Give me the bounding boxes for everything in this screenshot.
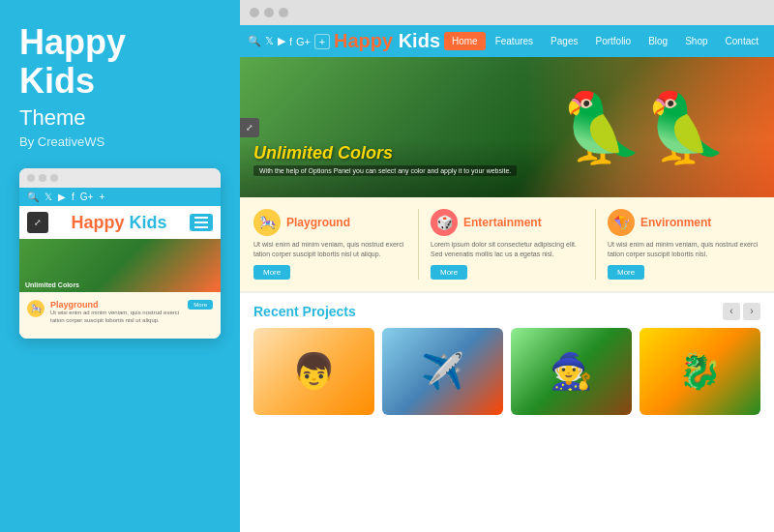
browser-navbar: 🔍 𝕏 ▶ f G+ + Happy Kids Home Features Pa… [240,25,774,57]
projects-navigation: ‹ › [723,303,760,320]
hero-section: ⤢ 🦜🦜 Unlimited Colors With the help of O… [240,57,774,197]
left-panel: Happy Kids Theme By CreativeWS 🔍 𝕏 ▶ f G… [0,0,240,532]
entertainment-title: Entertainment [463,216,542,229]
theme-title: Happy Kids [19,23,221,100]
mini-feature-text: Playground Ut wisi enim ad minim veniam,… [50,300,182,325]
nav-search-icon[interactable]: 🔍 [248,35,261,47]
mini-feature-title: Playground [50,300,182,310]
right-panel: 🔍 𝕏 ▶ f G+ + Happy Kids Home Features Pa… [240,0,774,532]
features-section: 🎠 Playground Ut wisi enim ad minim venia… [240,197,774,291]
entertainment-more-button[interactable]: More [431,265,467,280]
hero-text-box: Unlimited Colors With the help of Option… [253,143,517,176]
feature-environment-header: 🪁 Environment [608,209,760,236]
nav-menu: Home Features Pages Portfolio Blog Shop … [444,32,766,50]
nav-logo: Happy Kids [334,30,440,52]
projects-prev-button[interactable]: ‹ [723,303,740,320]
environment-icon: 🪁 [608,209,635,236]
recent-projects-section: Recent Projects ‹ › 👦 ✈️ 🧙 🐉 [240,291,774,425]
menu-line-1 [194,217,208,219]
theme-subtitle: Theme [19,105,221,131]
nav-item-pages[interactable]: Pages [543,32,585,50]
mini-feature-desc: Ut wisi enim ad minim veniam, quis nostr… [50,310,182,325]
nav-youtube-icon[interactable]: ▶ [278,35,285,47]
mini-facebook-icon: f [72,192,74,202]
mini-playground-icon: 🎠 [27,300,45,317]
mini-browser-bar [19,168,221,188]
environment-desc: Ut wisi enim ad minim veniam, quis nostr… [608,240,760,259]
feature-playground-header: 🎠 Playground [253,209,406,236]
feature-card-playground: 🎠 Playground Ut wisi enim ad minim venia… [253,209,406,280]
playground-more-button[interactable]: More [253,265,290,280]
nav-icons-left: 🔍 𝕏 ▶ f G+ + [248,34,330,49]
nav-gplus-icon[interactable]: G+ [296,36,311,47]
mini-menu-button[interactable] [190,214,213,231]
nav-twitter-icon[interactable]: 𝕏 [265,35,274,47]
feature-divider-1 [418,209,419,280]
project-card-2[interactable]: ✈️ [382,328,503,415]
feature-card-entertainment: 🎲 Entertainment Lorem ipsum dolor sit co… [431,209,583,280]
mini-twitter-icon: 𝕏 [45,192,52,202]
nav-item-features[interactable]: Features [488,32,541,50]
playground-desc: Ut wisi enim ad minim veniam, quis nostr… [253,240,406,259]
mini-hero: Unlimited Colors [19,239,221,292]
browser-chrome [240,0,774,25]
project-char-2: ✈️ [382,328,503,415]
nav-item-contact[interactable]: Contact [718,32,766,50]
mini-gplus-icon: G+ [80,192,94,202]
projects-grid: 👦 ✈️ 🧙 🐉 [253,328,760,415]
nav-plus-button[interactable]: + [314,34,330,49]
browser-dot-1 [250,8,259,17]
environment-more-button[interactable]: More [608,265,644,280]
mini-dot-2 [39,174,46,182]
project-char-4: 🐉 [640,328,760,415]
nav-item-home[interactable]: Home [444,32,486,50]
mini-browser: 🔍 𝕏 ▶ f G+ + ⤢ Happy Kids Unlimited Colo… [19,168,221,339]
projects-title: Recent Projects [253,304,356,319]
mini-toolbar: 🔍 𝕏 ▶ f G+ + [19,188,221,206]
mini-logo: Happy Kids [71,213,166,233]
hero-subtitle: With the help of Options Panel you can s… [253,165,517,176]
feature-divider-2 [595,209,596,280]
hero-title: Unlimited Colors [253,143,517,163]
mini-feature-playground: 🎠 Playground Ut wisi enim ad minim venia… [27,300,213,325]
entertainment-icon: 🎲 [431,209,458,236]
menu-line-2 [194,222,208,223]
mini-dot-3 [50,174,58,182]
mini-add-icon: + [99,192,104,202]
mini-more-button[interactable]: More [188,300,213,310]
menu-line-3 [194,226,208,228]
environment-title: Environment [640,216,711,229]
playground-icon: 🎠 [253,209,281,236]
mini-share-button[interactable]: ⤢ [27,212,48,233]
browser-dot-2 [264,8,274,17]
hero-share-button[interactable]: ⤢ [240,118,259,137]
nav-item-portfolio[interactable]: Portfolio [587,32,639,50]
project-char-3: 🧙 [511,328,632,415]
nav-facebook-icon[interactable]: f [289,36,292,47]
mini-dot-1 [27,174,35,182]
nav-item-shop[interactable]: Shop [677,32,715,50]
feature-card-environment: 🪁 Environment Ut wisi enim ad minim veni… [608,209,760,280]
mini-search-icon: 🔍 [27,192,39,202]
entertainment-desc: Lorem ipsum dolor sit consectetur adipis… [431,240,583,259]
project-char-1: 👦 [253,328,374,415]
projects-next-button[interactable]: › [743,303,760,320]
mini-youtube-icon: ▶ [58,192,66,202]
theme-author: By CreativeWS [19,134,221,149]
playground-title: Playground [286,216,350,229]
nav-item-blog[interactable]: Blog [640,32,675,50]
feature-entertainment-header: 🎲 Entertainment [431,209,583,236]
mini-content: 🎠 Playground Ut wisi enim ad minim venia… [19,292,221,339]
project-card-4[interactable]: 🐉 [640,328,760,415]
mini-logo-area: ⤢ Happy Kids [19,206,221,239]
browser-dot-3 [279,8,288,17]
project-card-3[interactable]: 🧙 [511,328,632,415]
project-card-1[interactable]: 👦 [253,328,374,415]
hero-parrots: 🦜🦜 [522,57,764,197]
mini-hero-text: Unlimited Colors [25,281,79,288]
projects-header: Recent Projects ‹ › [253,303,760,320]
